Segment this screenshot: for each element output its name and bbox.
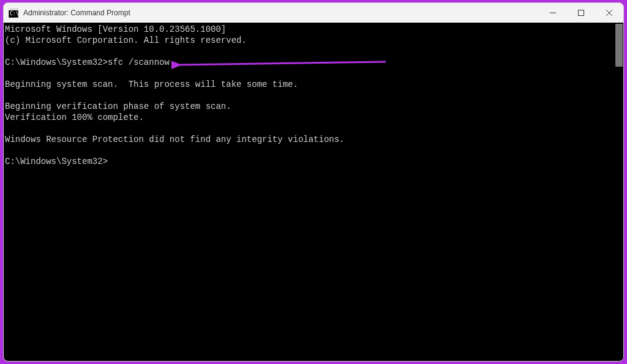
minimize-button[interactable] — [539, 3, 567, 23]
svg-rect-1 — [9, 8, 18, 10]
close-button[interactable] — [595, 3, 623, 23]
window-controls — [539, 3, 623, 23]
maximize-button[interactable] — [567, 3, 595, 23]
window-title: Administrator: Command Prompt — [23, 9, 539, 17]
scrollbar-track[interactable] — [615, 23, 623, 361]
titlebar[interactable]: C:\ Administrator: Command Prompt — [4, 3, 623, 23]
scrollbar-thumb[interactable] — [615, 24, 623, 67]
terminal-body[interactable]: Microsoft Windows [Version 10.0.23565.10… — [4, 23, 623, 361]
svg-text:C:\: C:\ — [10, 11, 18, 17]
command-prompt-window: C:\ Administrator: Command Prompt Micros… — [3, 2, 624, 362]
cmd-icon: C:\ — [9, 8, 18, 18]
svg-rect-4 — [579, 10, 584, 16]
terminal-output: Microsoft Windows [Version 10.0.23565.10… — [5, 24, 623, 167]
